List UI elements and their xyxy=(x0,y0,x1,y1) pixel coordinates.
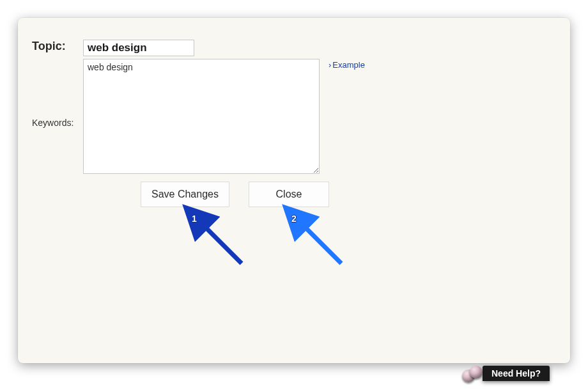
topic-label: Topic: xyxy=(18,40,83,53)
example-link[interactable]: › Example xyxy=(329,60,365,70)
annotation-number-1: 1 xyxy=(192,214,197,224)
need-help-label: Need Help? xyxy=(483,366,550,381)
dialog-panel: Topic: Keywords: › Example Save Changes … xyxy=(18,18,570,363)
annotation-arrow-2: 2 xyxy=(280,202,350,275)
keywords-row: Keywords: › Example xyxy=(18,59,365,174)
need-help-widget[interactable]: Need Help? xyxy=(462,366,550,381)
example-link-text: Example xyxy=(332,60,365,70)
svg-line-0 xyxy=(192,214,242,263)
annotation-arrow-1: 1 xyxy=(180,202,251,275)
close-button[interactable]: Close xyxy=(249,182,329,207)
svg-line-1 xyxy=(291,214,341,263)
annotation-number-2: 2 xyxy=(291,214,297,224)
keywords-control: › Example xyxy=(83,59,365,174)
button-row: Save Changes Close xyxy=(141,182,329,207)
keywords-label: Keywords: xyxy=(18,118,83,128)
save-changes-button[interactable]: Save Changes xyxy=(141,182,229,207)
topic-row: Topic: xyxy=(18,40,194,56)
binoculars-icon xyxy=(462,366,484,382)
topic-control xyxy=(83,40,194,56)
chevron-right-icon: › xyxy=(329,60,331,70)
keywords-textarea[interactable] xyxy=(83,59,320,174)
topic-input[interactable] xyxy=(83,40,194,56)
